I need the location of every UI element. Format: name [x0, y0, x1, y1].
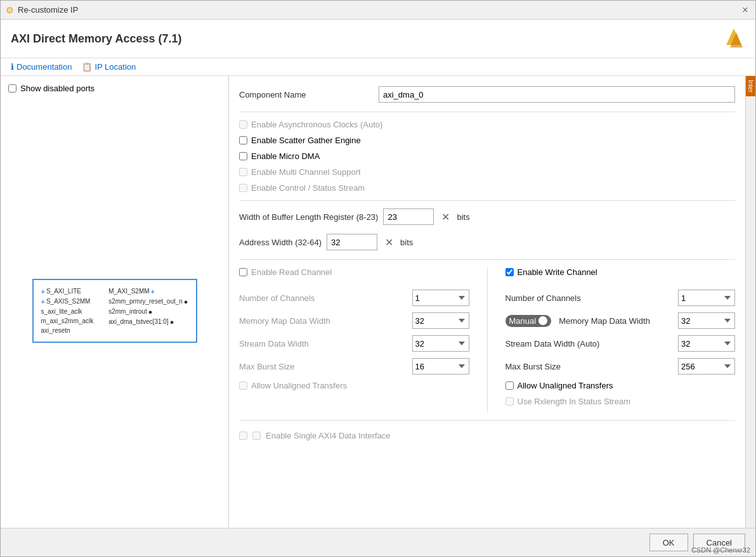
port-s2mm-prmry: s2mm_prmry_reset_out_n ● — [108, 298, 188, 305]
enable-scatter-label[interactable]: Enable Scatter Gather Engine — [251, 136, 361, 145]
write-allow-unaligned-checkbox[interactable] — [505, 381, 514, 390]
inter-badge[interactable]: Inter — [746, 76, 755, 96]
read-mem-data-width-select[interactable]: 32 — [412, 312, 469, 329]
address-width-clear-button[interactable]: ✕ — [382, 236, 395, 248]
enable-async-label: Enable Asynchronous Clocks (Auto) — [251, 120, 382, 129]
read-max-burst-row: Max Burst Size 16 — [239, 358, 469, 375]
show-disabled-label[interactable]: Show disabled ports — [20, 84, 94, 93]
read-num-channels-label: Number of Channels — [239, 293, 407, 303]
header-title: AXI Direct Memory Access (7.1) — [11, 32, 181, 46]
title-bar-left: ⚙ Re-customize IP — [6, 5, 78, 15]
enable-async-row: Enable Asynchronous Clocks (Auto) — [239, 120, 735, 129]
read-stream-data-width-label: Stream Data Width — [239, 339, 407, 349]
left-ports: + S_AXI_LITE + S_AXIS_S2MM s_axi_lite_ac… — [41, 288, 94, 334]
show-disabled-checkbox[interactable] — [8, 84, 16, 93]
enable-scatter-row: Enable Scatter Gather Engine — [239, 136, 735, 145]
port-s-axis-s2mm: + S_AXIS_S2MM — [41, 298, 94, 305]
port-m-axi-s2mm-aclk: m_axi_s2mm_aclk — [41, 317, 94, 324]
enable-read-label[interactable]: Enable Read Channel — [251, 267, 332, 277]
port-label-s-axi-lite-aclk: s_axi_lite_aclk — [41, 308, 82, 315]
block-ports: + S_AXI_LITE + S_AXIS_S2MM s_axi_lite_ac… — [41, 288, 188, 334]
write-max-burst-row: Max Burst Size 256 — [505, 358, 736, 375]
right-panel: Component Name Enable Asynchronous Clock… — [229, 76, 745, 528]
read-allow-unaligned-checkbox — [239, 381, 247, 390]
address-width-row: Address Width (32-64) ✕ bits — [239, 234, 735, 250]
component-name-input[interactable] — [379, 86, 735, 103]
port-label-s-axis-s2mm: S_AXIS_S2MM — [46, 298, 90, 305]
port-axi-resetn: axi_resetn — [41, 327, 94, 334]
left-panel: Show disabled ports + S_AXI_LITE — [1, 76, 229, 528]
divider-1 — [239, 112, 735, 112]
enable-scatter-checkbox[interactable] — [239, 136, 247, 144]
address-width-label: Address Width (32-64) — [239, 238, 322, 247]
address-width-input[interactable] — [327, 234, 377, 250]
enable-control-row: Enable Control / Status Stream — [239, 183, 735, 193]
read-allow-unaligned-row: Allow Unaligned Transfers — [239, 381, 469, 390]
read-stream-data-width-select[interactable]: 32 — [412, 335, 469, 352]
info-icon: ℹ — [11, 62, 14, 72]
enable-read-checkbox[interactable] — [239, 268, 247, 276]
header-bar: AXI Direct Memory Access (7.1) — [1, 20, 755, 58]
window-icon: ⚙ — [6, 5, 14, 15]
write-mem-data-width-label: Memory Map Data Width — [559, 316, 673, 326]
read-max-burst-select[interactable]: 16 — [412, 358, 469, 375]
enable-single-checkbox — [239, 432, 247, 440]
write-allow-unaligned-label[interactable]: Allow Unaligned Transfers — [518, 381, 613, 390]
port-label-s2mm-introut: s2mm_introut — [108, 308, 147, 315]
buffer-length-input[interactable] — [383, 208, 434, 225]
ok-button[interactable]: OK — [649, 534, 688, 551]
write-channel-header: Enable Write Channel — [505, 267, 736, 282]
enable-micro-label[interactable]: Enable Micro DMA — [251, 151, 320, 161]
block-diagram: + S_AXI_LITE + S_AXIS_S2MM s_axi_lite_ac… — [32, 279, 197, 343]
main-content: Show disabled ports + S_AXI_LITE — [1, 76, 755, 528]
read-num-channels-row: Number of Channels 1 — [239, 290, 469, 306]
enable-control-label: Enable Control / Status Stream — [251, 183, 365, 193]
channels-section: Enable Read Channel Number of Channels 1… — [239, 267, 735, 413]
address-width-unit: bits — [400, 238, 413, 247]
port-label-m-axi-s2mm: M_AXI_S2MM — [108, 288, 149, 295]
enable-write-label[interactable]: Enable Write Channel — [518, 267, 597, 277]
watermark: CSDN @Chenxr32 — [691, 546, 750, 554]
enable-write-checkbox[interactable] — [505, 268, 514, 276]
channel-divider — [487, 267, 488, 413]
port-s-axi-lite: + S_AXI_LITE — [41, 288, 94, 295]
enable-micro-checkbox[interactable] — [239, 152, 247, 160]
divider-2 — [239, 200, 735, 201]
buffer-length-label: Width of Buffer Length Register (8-23) — [239, 212, 378, 222]
write-mem-data-width-row: Manual Memory Map Data Width 32 — [505, 312, 736, 329]
write-num-channels-select[interactable]: 1 — [678, 290, 735, 306]
right-scrollbar: Inter — [745, 76, 755, 528]
port-m-axi-s2mm: M_AXI_S2MM + — [108, 288, 188, 295]
read-allow-unaligned-label: Allow Unaligned Transfers — [251, 381, 347, 390]
window-title: Re-customize IP — [18, 5, 78, 15]
read-num-channels-select[interactable]: 1 — [412, 290, 469, 306]
port-s2mm-introut: s2mm_introut ● — [108, 308, 188, 316]
toggle-circle — [538, 316, 547, 325]
component-name-label: Component Name — [239, 90, 379, 99]
main-window: ⚙ Re-customize IP × AXI Direct Memory Ac… — [0, 0, 756, 557]
write-stream-data-width-select[interactable]: 32 — [678, 335, 735, 352]
buffer-length-clear-button[interactable]: ✕ — [439, 210, 452, 223]
write-allow-unaligned-row: Allow Unaligned Transfers — [505, 381, 736, 390]
write-stream-data-width-label: Stream Data Width (Auto) — [505, 339, 674, 349]
write-stream-data-width-row: Stream Data Width (Auto) 32 — [505, 335, 736, 352]
use-rxlength-label: Use Rxlength In Status Stream — [518, 397, 630, 406]
port-label-m-axi-s2mm-aclk: m_axi_s2mm_aclk — [41, 317, 94, 324]
enable-micro-row: Enable Micro DMA — [239, 151, 735, 161]
read-channel-col: Enable Read Channel Number of Channels 1… — [239, 267, 469, 413]
port-s-axi-lite-aclk: s_axi_lite_aclk — [41, 308, 94, 315]
documentation-link[interactable]: ℹ Documentation — [11, 62, 72, 72]
component-name-row: Component Name — [239, 86, 735, 103]
use-rxlength-checkbox — [505, 397, 514, 406]
write-num-channels-label: Number of Channels — [505, 293, 674, 303]
port-label-axi-dma-tstvec: axi_dma_tstvec[31:0] — [108, 318, 169, 325]
read-stream-data-width-row: Stream Data Width 32 — [239, 335, 469, 352]
documentation-label: Documentation — [16, 62, 72, 72]
location-icon: 📋 — [82, 62, 92, 72]
close-button[interactable]: × — [740, 5, 750, 15]
write-max-burst-select[interactable]: 256 — [678, 358, 735, 375]
enable-single-row: Enable Single AXI4 Data Interface — [239, 431, 735, 440]
ip-location-link[interactable]: 📋 IP Location — [82, 62, 136, 72]
write-mem-data-width-select[interactable]: 32 — [678, 312, 735, 329]
manual-toggle[interactable]: Manual — [505, 315, 552, 327]
